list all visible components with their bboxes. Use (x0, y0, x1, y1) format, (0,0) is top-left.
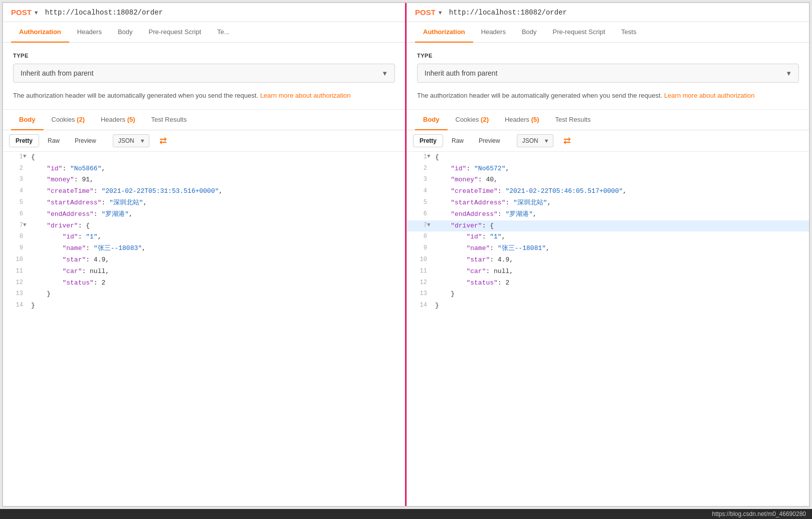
line-code: "money": 91, (31, 174, 405, 186)
right-code-table: 1 ▼ { 2 "id": "No6572", 3 "money": 40, 4… (407, 152, 809, 312)
left-response-toolbar: Pretty Raw Preview JSON ▼ ⇄ (3, 130, 405, 152)
right-pretty-btn[interactable]: Pretty (413, 134, 443, 147)
right-code-view[interactable]: 1 ▼ { 2 "id": "No6572", 3 "money": 40, 4… (407, 152, 809, 506)
line-code: "startAddress": "深圳北站", (435, 197, 809, 209)
left-code-table: 1 ▼ { 2 "id": "No5866", 3 "money": 91, 4… (3, 152, 405, 312)
line-arrow (23, 197, 31, 209)
left-auth-link[interactable]: Learn more about authorization (260, 92, 351, 99)
right-tab-headers[interactable]: Headers (473, 22, 514, 43)
table-row: 3 "money": 40, (407, 174, 809, 186)
right-raw-btn[interactable]: Raw (445, 134, 470, 147)
left-tab-headers[interactable]: Headers (69, 22, 110, 43)
right-res-tab-cookies[interactable]: Cookies (2) (448, 110, 497, 130)
right-tab-prerequest[interactable]: Pre-request Script (545, 22, 614, 43)
line-number: 2 (407, 163, 427, 175)
line-arrow (427, 209, 435, 220)
line-number: 12 (3, 278, 23, 289)
right-request-bar: POST ▼ http://localhost:18082/order (407, 3, 809, 22)
line-code: } (435, 289, 809, 300)
line-code: "star": 4.9, (435, 254, 809, 266)
right-method-label: POST (415, 8, 436, 17)
line-arrow: ▼ (23, 220, 31, 232)
line-arrow (427, 266, 435, 278)
line-code: "car": null, (31, 266, 405, 278)
line-code: "name": "张三--18081", (435, 243, 809, 254)
table-row: 12 "status": 2 (407, 278, 809, 289)
table-row: 2 "id": "No6572", (407, 163, 809, 175)
line-arrow (23, 254, 31, 266)
line-arrow (23, 278, 31, 289)
left-format-select[interactable]: JSON (113, 134, 149, 147)
left-panel: POST ▼ http://localhost:18082/order Auth… (3, 3, 407, 506)
line-arrow (23, 266, 31, 278)
table-row: 9 "name": "张三--18083", (3, 243, 405, 254)
footer: https://blog.csdn.net/m0_46690280 (0, 509, 812, 519)
line-number: 7 (3, 220, 23, 232)
right-response-toolbar: Pretty Raw Preview JSON ▼ ⇄ (407, 130, 809, 152)
line-number: 3 (407, 174, 427, 186)
line-number: 8 (3, 231, 23, 243)
line-arrow (23, 186, 31, 197)
left-tab-prerequest[interactable]: Pre-request Script (141, 22, 210, 43)
left-format-wrapper: JSON ▼ (109, 134, 149, 147)
line-arrow (427, 243, 435, 254)
line-code: "id": "No6572", (435, 163, 809, 175)
line-code: "createTime": "2021-02-22T05:31:53.516+0… (31, 186, 405, 197)
right-tab-tests[interactable]: Tests (613, 22, 644, 43)
line-code: "endAddress": "罗湖港", (435, 209, 809, 220)
right-res-tab-testresults[interactable]: Test Results (547, 110, 599, 130)
left-tab-tests-partial[interactable]: Te... (209, 22, 238, 43)
left-tab-authorization[interactable]: Authorization (11, 22, 69, 43)
line-number: 2 (3, 163, 23, 175)
right-format-select[interactable]: JSON (517, 134, 553, 147)
line-arrow (23, 174, 31, 186)
line-number: 13 (3, 289, 23, 300)
right-auth-section: TYPE Inherit auth from parent ▼ The auth… (407, 43, 809, 110)
table-row: 12 "status": 2 (3, 278, 405, 289)
table-row: 11 "car": null, (407, 266, 809, 278)
left-preview-btn[interactable]: Preview (68, 134, 103, 147)
right-panel: POST ▼ http://localhost:18082/order Auth… (407, 3, 809, 506)
line-number: 6 (3, 209, 23, 220)
right-res-tab-headers[interactable]: Headers (5) (497, 110, 547, 130)
table-row: 13 } (3, 289, 405, 300)
right-auth-link[interactable]: Learn more about authorization (664, 92, 755, 99)
left-auth-section: TYPE Inherit auth from parent ▼ The auth… (3, 43, 405, 110)
right-preview-btn[interactable]: Preview (472, 134, 507, 147)
right-auth-select[interactable]: Inherit auth from parent (417, 64, 799, 83)
left-url[interactable]: http://localhost:18082/order (45, 9, 163, 17)
line-number: 9 (3, 243, 23, 254)
left-tab-body[interactable]: Body (110, 22, 141, 43)
right-url[interactable]: http://localhost:18082/order (449, 9, 567, 17)
line-code: "createTime": "2021-02-22T05:46:05.517+0… (435, 186, 809, 197)
right-wrap-btn[interactable]: ⇄ (559, 133, 575, 148)
left-raw-btn[interactable]: Raw (41, 134, 66, 147)
line-number: 6 (407, 209, 427, 220)
left-method[interactable]: POST ▼ (11, 8, 39, 17)
footer-url: https://blog.csdn.net/m0_46690280 (712, 510, 806, 517)
line-code: "name": "张三--18083", (31, 243, 405, 254)
right-res-tab-body[interactable]: Body (415, 110, 448, 130)
line-number: 14 (3, 300, 23, 312)
right-method[interactable]: POST ▼ (415, 8, 443, 17)
line-code: "id": "1", (31, 231, 405, 243)
left-pretty-btn[interactable]: Pretty (9, 134, 39, 147)
line-arrow: ▼ (23, 152, 31, 163)
line-code: { (435, 152, 809, 163)
line-arrow (427, 289, 435, 300)
left-res-tab-testresults[interactable]: Test Results (143, 110, 195, 130)
left-code-view[interactable]: 1 ▼ { 2 "id": "No5866", 3 "money": 91, 4… (3, 152, 405, 506)
left-res-tab-headers[interactable]: Headers (5) (93, 110, 143, 130)
right-auth-desc-text: The authorization header will be automat… (417, 92, 662, 99)
line-arrow (23, 163, 31, 175)
right-tab-authorization[interactable]: Authorization (415, 22, 473, 43)
left-res-tab-body[interactable]: Body (11, 110, 44, 130)
left-wrap-btn[interactable]: ⇄ (155, 133, 171, 148)
line-code: "id": "No5866", (31, 163, 405, 175)
line-code: "money": 40, (435, 174, 809, 186)
left-auth-select[interactable]: Inherit auth from parent (13, 64, 395, 83)
line-number: 3 (3, 174, 23, 186)
left-res-tab-cookies[interactable]: Cookies (2) (44, 110, 93, 130)
left-request-tabs: Authorization Headers Body Pre-request S… (3, 22, 405, 43)
right-tab-body[interactable]: Body (514, 22, 545, 43)
